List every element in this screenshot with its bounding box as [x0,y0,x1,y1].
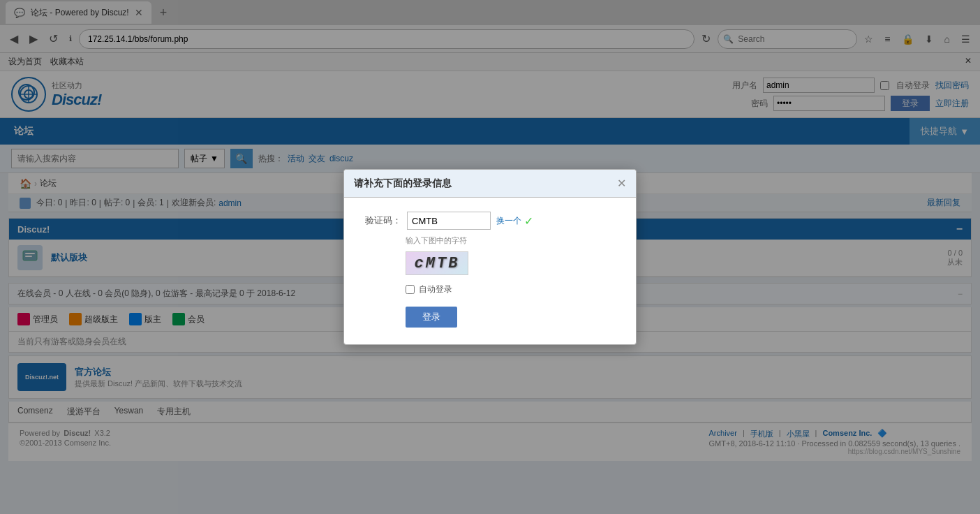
modal-title-bar: 请补充下面的登录信息 ✕ [344,170,636,198]
modal-overlay: 请补充下面的登录信息 ✕ 验证码： 换一个 ✓ 输入下图中的字符 cMTB [0,0,980,461]
modal-auto-login-checkbox[interactable] [406,285,415,294]
modal-body: 验证码： 换一个 ✓ 输入下图中的字符 cMTB 自动登录 登录 [344,198,636,344]
refresh-label: 换一个 [496,215,521,227]
modal-title: 请补充下面的登录信息 [354,177,452,190]
captcha-display: cMTB [415,255,460,272]
captcha-refresh-link[interactable]: 换一个 ✓ [496,214,533,228]
modal-close-button[interactable]: ✕ [617,177,626,190]
captcha-input[interactable] [407,212,491,230]
captcha-row: 验证码： 换一个 ✓ [365,212,615,230]
modal-auto-login-row: 自动登录 [406,284,615,295]
modal-auto-login-label: 自动登录 [419,284,452,295]
modal-login-button[interactable]: 登录 [406,307,457,328]
captcha-image: cMTB [406,251,468,275]
captcha-hint: 输入下图中的字符 [406,235,615,246]
modal-dialog: 请补充下面的登录信息 ✕ 验证码： 换一个 ✓ 输入下图中的字符 cMTB [343,169,637,345]
check-icon: ✓ [524,214,533,228]
captcha-label: 验证码： [365,214,401,227]
